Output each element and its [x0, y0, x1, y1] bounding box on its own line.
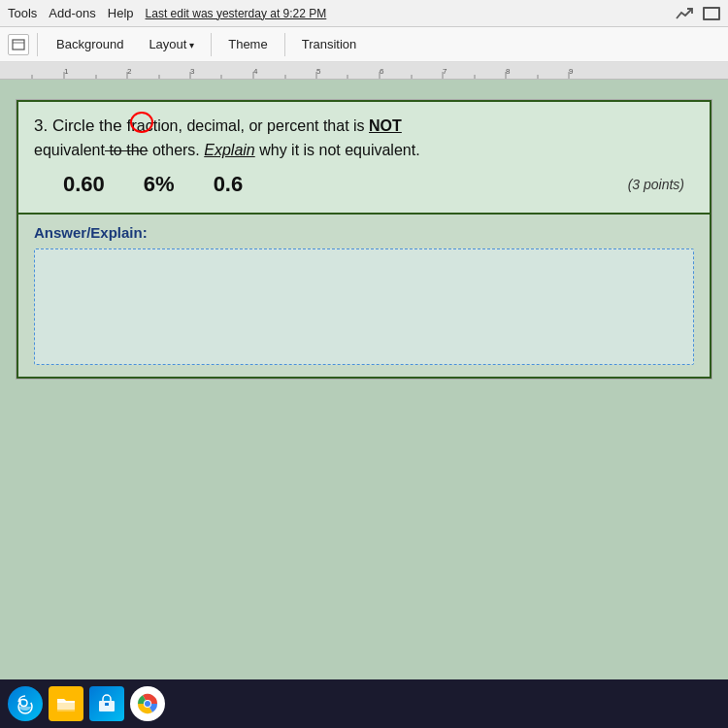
taskbar [0, 679, 728, 728]
circled-letter: a [137, 117, 146, 134]
svg-text:8: 8 [506, 67, 511, 76]
svg-text:7: 7 [443, 67, 447, 76]
taskbar-chrome-icon[interactable] [130, 686, 165, 721]
svg-text:2: 2 [127, 67, 132, 76]
transition-button[interactable]: Transition [291, 33, 368, 55]
equivalent-text: equivalent [34, 142, 105, 158]
layout-button[interactable]: Layout [138, 33, 205, 55]
svg-text:1: 1 [64, 67, 69, 76]
trend-icon [676, 7, 693, 20]
value-6pct: 6% [144, 172, 175, 197]
window-icon[interactable] [703, 7, 720, 20]
toolbar: Background Layout Theme Transition [0, 27, 728, 62]
toolbar-div-2 [284, 33, 285, 56]
last-edit-label: Last edit was yesterday at 9:22 PM [146, 7, 327, 20]
menu-addons[interactable]: Add-ons [49, 6, 95, 20]
svg-text:5: 5 [316, 67, 321, 76]
svg-rect-0 [13, 40, 24, 50]
answer-section: Answer/Explain: [17, 215, 711, 379]
explain-word: Explain [204, 142, 254, 158]
taskbar-edge-icon[interactable] [8, 686, 43, 721]
answer-label: Answer/Explain: [34, 224, 694, 241]
ruler: 1 2 3 4 5 6 7 8 9 [0, 62, 728, 80]
question-text: 3. Circle the fraction, decimal, or perc… [34, 114, 694, 162]
toolbar-slide-icon [8, 34, 29, 55]
menu-tools[interactable]: Tools [8, 6, 37, 20]
strikethrough-text: to the [105, 142, 148, 158]
main-content-area: 3. Circle the fraction, decimal, or perc… [0, 80, 728, 679]
points-label: (3 points) [628, 177, 694, 192]
question-number: 3. Circle the fr [34, 116, 137, 135]
svg-point-36 [145, 701, 150, 707]
answer-row: 0.60 6% 0.6 (3 points) [34, 172, 694, 197]
svg-text:6: 6 [380, 67, 384, 76]
toolbar-div-1 [211, 33, 212, 56]
menu-icons-right [676, 7, 720, 20]
question-text-end: why it is not equivalent. [255, 142, 420, 158]
theme-button[interactable]: Theme [217, 33, 278, 55]
menu-help[interactable]: Help [108, 6, 134, 20]
value-0-60: 0.60 [63, 172, 105, 197]
toolbar-sep-1 [37, 33, 38, 56]
slide-container: 3. Circle the fraction, decimal, or perc… [16, 99, 712, 380]
question-box: 3. Circle the fraction, decimal, or perc… [17, 100, 711, 215]
question-text-rest: others. [148, 142, 204, 158]
value-0-6: 0.6 [214, 172, 244, 197]
svg-rect-31 [99, 701, 115, 711]
svg-rect-32 [105, 703, 109, 706]
taskbar-store-icon[interactable] [89, 686, 124, 721]
svg-text:3: 3 [190, 67, 195, 76]
not-word: NOT [369, 117, 402, 134]
taskbar-folder-icon[interactable] [49, 686, 83, 721]
svg-text:4: 4 [253, 67, 258, 76]
question-text-mid: ction, decimal, or percent that is [146, 117, 369, 134]
background-button[interactable]: Background [46, 33, 134, 55]
answer-textbox[interactable] [34, 248, 694, 365]
svg-text:9: 9 [569, 67, 574, 76]
menu-bar: Tools Add-ons Help Last edit was yesterd… [0, 0, 728, 27]
